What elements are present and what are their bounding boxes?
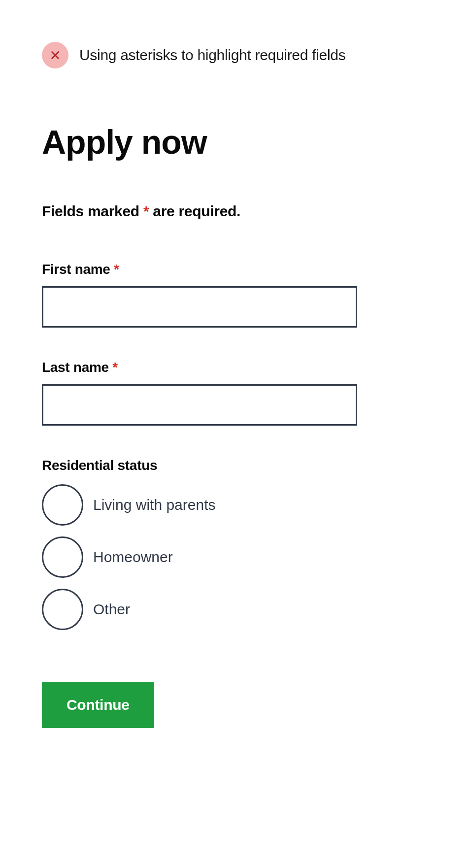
radio-item-living-with-parents[interactable]: Living with parents xyxy=(42,484,429,526)
radio-circle-icon xyxy=(42,484,83,526)
annotation-text: Using asterisks to highlight required fi… xyxy=(79,47,345,64)
first-name-label: First name * xyxy=(42,262,429,277)
radio-item-homeowner[interactable]: Homeowner xyxy=(42,536,429,578)
last-name-label-text: Last name xyxy=(42,360,112,375)
last-name-label: Last name * xyxy=(42,360,429,375)
radio-circle-icon xyxy=(42,589,83,630)
required-note-prefix: Fields marked xyxy=(42,203,143,219)
close-icon xyxy=(42,42,68,68)
first-name-asterisk: * xyxy=(114,262,119,277)
radio-label: Other xyxy=(93,601,130,618)
last-name-input[interactable] xyxy=(42,384,357,426)
first-name-group: First name * xyxy=(42,262,429,328)
residential-status-label: Residential status xyxy=(42,458,429,473)
radio-label: Homeowner xyxy=(93,549,173,566)
page-title: Apply now xyxy=(42,123,429,161)
required-note-suffix: are required. xyxy=(149,203,240,219)
last-name-group: Last name * xyxy=(42,360,429,426)
residential-status-group: Residential status Living with parents H… xyxy=(42,458,429,630)
residential-status-options: Living with parents Homeowner Other xyxy=(42,484,429,630)
first-name-input[interactable] xyxy=(42,286,357,328)
first-name-label-text: First name xyxy=(42,262,114,277)
radio-item-other[interactable]: Other xyxy=(42,589,429,630)
radio-label: Living with parents xyxy=(93,497,215,513)
continue-button[interactable]: Continue xyxy=(42,682,154,728)
annotation-bar: Using asterisks to highlight required fi… xyxy=(42,42,429,68)
last-name-asterisk: * xyxy=(112,360,118,375)
radio-circle-icon xyxy=(42,536,83,578)
required-fields-note: Fields marked * are required. xyxy=(42,203,429,220)
required-asterisk: * xyxy=(143,203,149,219)
